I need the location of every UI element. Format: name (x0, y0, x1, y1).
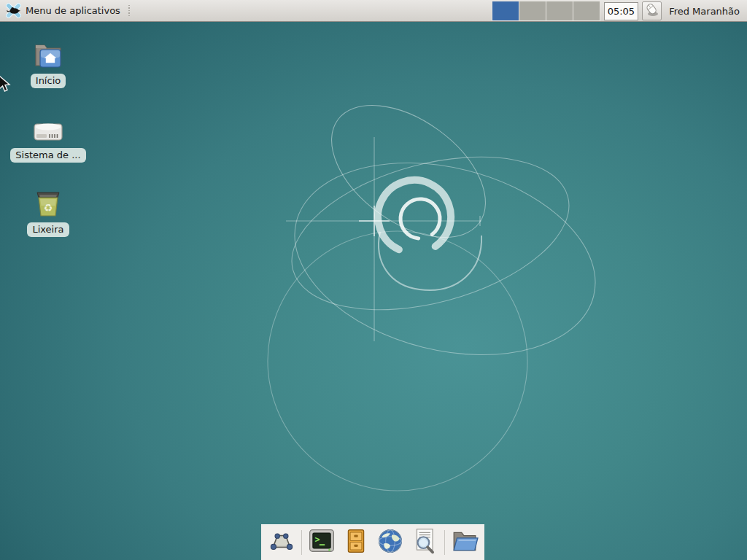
svg-text:>: > (314, 534, 320, 545)
desktop-icon-label: Lixeira (27, 222, 69, 237)
trash-icon: ♻ (33, 188, 63, 219)
show-desktop-icon (268, 527, 295, 558)
launcher-file-cabinet[interactable] (341, 527, 371, 558)
clock: 05:05 (604, 2, 638, 20)
desktop-icon-home[interactable]: Início (4, 39, 92, 88)
xfce-logo-icon (6, 3, 21, 18)
workspace-2[interactable] (519, 1, 546, 20)
session-action-button[interactable] (642, 1, 662, 20)
applications-menu-button[interactable]: Menu de aplicativos (0, 1, 135, 21)
svg-text:♻: ♻ (44, 202, 53, 214)
desktop-root: Menu de aplicativos 05:05 (0, 0, 747, 560)
dock-panel: > (261, 524, 484, 560)
desktop-icon-trash[interactable]: ♻ Lixeira (4, 188, 92, 237)
document-search-icon (411, 527, 438, 558)
panel-grip-handle[interactable] (128, 5, 131, 16)
desktop-icon-label: Início (31, 74, 66, 88)
launcher-app-finder[interactable] (410, 527, 439, 558)
applications-menu-label: Menu de aplicativos (26, 5, 120, 16)
workspace-1[interactable] (492, 1, 519, 20)
launcher-terminal[interactable]: > (307, 527, 336, 558)
desktop-icon-filesystem[interactable]: Sistema de ... (4, 114, 92, 163)
dock-separator (444, 530, 445, 555)
clock-time: 05:05 (608, 6, 635, 17)
workspace-switcher (492, 1, 600, 21)
launcher-show-desktop[interactable] (267, 527, 296, 558)
wallpaper-artwork (0, 0, 747, 560)
top-panel: Menu de aplicativos 05:05 (0, 0, 747, 22)
terminal-icon: > (308, 527, 336, 558)
mouse-icon (644, 2, 660, 20)
file-manager-icon (451, 527, 479, 558)
filesystem-drive-icon (31, 114, 65, 144)
home-folder-icon (32, 39, 64, 70)
launcher-file-manager[interactable] (450, 527, 479, 558)
launcher-web-browser[interactable] (376, 527, 405, 558)
file-cabinet-icon (342, 527, 370, 558)
workspace-4[interactable] (573, 1, 600, 20)
desktop-icon-label: Sistema de ... (10, 148, 85, 163)
dock-separator (301, 530, 302, 555)
workspace-3[interactable] (546, 1, 573, 20)
user-name[interactable]: Fred Maranhão (665, 6, 743, 17)
web-browser-icon (376, 527, 404, 558)
